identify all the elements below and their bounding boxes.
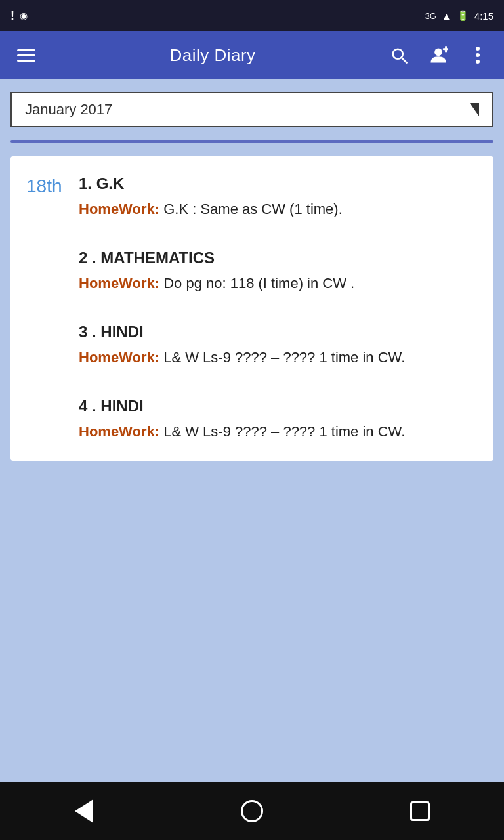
- home-icon: [241, 800, 263, 822]
- menu-button[interactable]: [13, 42, 39, 68]
- recents-button[interactable]: [402, 793, 438, 830]
- subject-math-title: 2 . MATHEMATICS: [79, 249, 478, 267]
- hw-label-1: HomeWork:: [79, 201, 159, 217]
- subject-hindi3-title: 3 . HINDI: [79, 323, 478, 341]
- home-button[interactable]: [234, 793, 270, 830]
- entry-number-2: 2 .: [79, 249, 100, 266]
- svg-point-7: [476, 60, 480, 64]
- entry-gk: 1. G.K HomeWork: G.K : Same as CW (1 tim…: [79, 175, 478, 220]
- status-bar: ! ◉ 3G ▲ 🔋 4:15: [0, 0, 504, 32]
- svg-point-2: [434, 49, 442, 56]
- bottom-nav: [0, 782, 504, 840]
- month-selector[interactable]: January 2017: [10, 92, 494, 127]
- hw-label-2: HomeWork:: [79, 275, 159, 291]
- entry-number-4: 4 .: [79, 397, 100, 415]
- notification-icon: !: [10, 9, 14, 23]
- subject-hindi4-title: 4 . HINDI: [79, 397, 478, 415]
- homework-hindi4: HomeWork: L& W Ls-9 ???? – ???? 1 time i…: [79, 421, 478, 442]
- network-indicator: 3G: [425, 11, 436, 21]
- entry-number-3: 3 .: [79, 323, 100, 341]
- music-icon: ◉: [20, 10, 28, 21]
- hw-label-3: HomeWork:: [79, 349, 159, 366]
- battery-icon: 🔋: [457, 10, 469, 22]
- more-options-button[interactable]: [465, 42, 491, 68]
- main-content: January 2017 18th 1. G.K HomeWork: G.K :…: [0, 79, 504, 782]
- hw-text-3: L& W Ls-9 ???? – ???? 1 time in CW.: [163, 349, 405, 366]
- search-button[interactable]: [386, 42, 412, 68]
- homework-math: HomeWork: Do pg no: 118 (I time) in CW .: [79, 272, 478, 294]
- entry-math: 2 . MATHEMATICS HomeWork: Do pg no: 118 …: [79, 249, 478, 294]
- subject-gk-title: 1. G.K: [79, 175, 478, 193]
- diary-card: 18th 1. G.K HomeWork: G.K : Same as CW (…: [10, 156, 494, 461]
- date-label: 18th: [26, 175, 68, 442]
- entry-subject-1: G.K: [96, 175, 125, 192]
- entry-subject-3: HINDI: [100, 323, 143, 341]
- entry-subject-2: MATHEMATICS: [100, 249, 215, 266]
- entries-list: 1. G.K HomeWork: G.K : Same as CW (1 tim…: [79, 175, 478, 442]
- homework-gk: HomeWork: G.K : Same as CW (1 time).: [79, 198, 478, 220]
- entry-hindi-3: 3 . HINDI HomeWork: L& W Ls-9 ???? – ???…: [79, 323, 478, 368]
- entry-hindi-4: 4 . HINDI HomeWork: L& W Ls-9 ???? – ???…: [79, 397, 478, 442]
- svg-point-5: [476, 47, 480, 51]
- status-left: ! ◉: [10, 9, 28, 23]
- app-bar: Daily Diary: [0, 32, 504, 79]
- svg-line-1: [402, 58, 407, 63]
- back-icon: [75, 799, 93, 823]
- entry-number-1: 1.: [79, 175, 96, 192]
- hamburger-icon: [17, 49, 35, 62]
- homework-hindi3: HomeWork: L& W Ls-9 ???? – ???? 1 time i…: [79, 346, 478, 368]
- hw-label-4: HomeWork:: [79, 423, 159, 440]
- hw-text-4: L& W Ls-9 ???? – ???? 1 time in CW.: [163, 423, 405, 440]
- hw-text-2: Do pg no: 118 (I time) in CW .: [163, 275, 354, 291]
- add-person-button[interactable]: [425, 42, 452, 68]
- dropdown-arrow-icon: [470, 103, 479, 116]
- add-person-icon: [429, 46, 448, 64]
- app-title: Daily Diary: [52, 45, 373, 66]
- section-divider: [10, 140, 494, 143]
- entry-subject-4: HINDI: [100, 397, 143, 415]
- search-icon: [390, 46, 408, 64]
- svg-point-6: [476, 53, 480, 57]
- hw-text-1: G.K : Same as CW (1 time).: [163, 201, 343, 217]
- recents-icon: [410, 801, 430, 821]
- month-label: January 2017: [25, 101, 112, 118]
- back-button[interactable]: [66, 793, 102, 830]
- time-display: 4:15: [474, 10, 494, 22]
- status-right: 3G ▲ 🔋 4:15: [425, 10, 494, 22]
- signal-bars-icon: ▲: [442, 10, 452, 22]
- more-vert-icon: [476, 46, 480, 64]
